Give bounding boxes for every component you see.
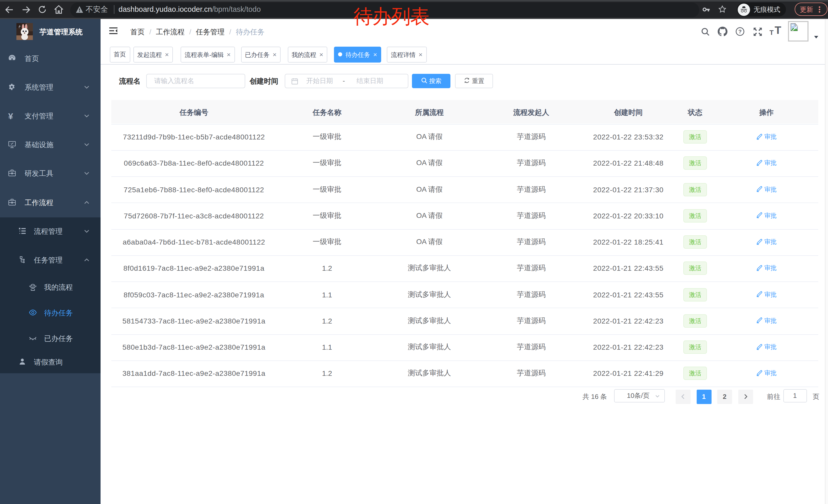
svg-text:?: ?	[739, 29, 742, 34]
